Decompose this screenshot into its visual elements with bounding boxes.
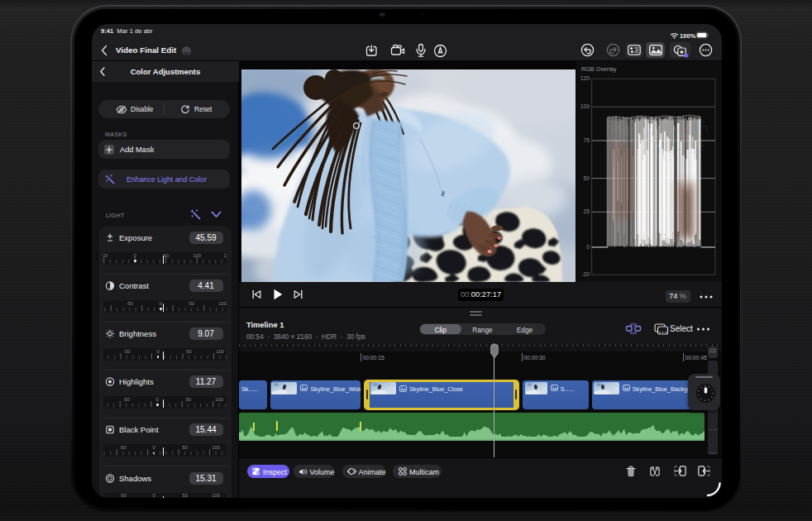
- svg-text:100%: 100%: [680, 32, 696, 40]
